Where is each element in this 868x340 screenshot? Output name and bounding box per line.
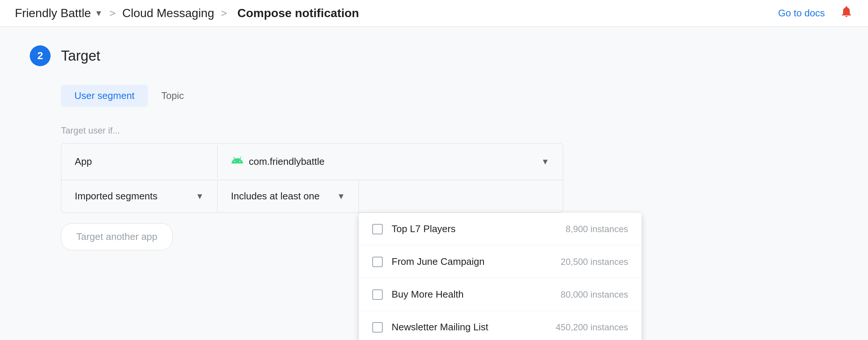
checkbox-buy-more-health[interactable] — [372, 289, 383, 300]
includes-label: Includes at least one — [231, 190, 320, 202]
table-row-app: App com.friendlybattle ▼ — [61, 144, 563, 180]
tab-user-segment[interactable]: User segment — [61, 85, 148, 107]
dropdown-item-2[interactable]: Buy More Health 80,000 instances — [359, 278, 642, 311]
header-actions: Go to docs — [778, 5, 853, 22]
step-badge: 2 — [30, 45, 51, 66]
target-another-app-button[interactable]: Target another app — [61, 223, 173, 250]
section-title: Target — [61, 48, 100, 64]
page-title: Compose notification — [237, 6, 359, 20]
bell-icon — [840, 6, 853, 21]
app-package-name: com.friendlybattle — [249, 156, 325, 167]
app-label: App — [61, 145, 218, 178]
segments-dropdown-arrow[interactable]: ▼ — [196, 192, 204, 201]
header: Friendly Battle ▼ > Cloud Messaging > Co… — [0, 0, 868, 27]
tab-topic[interactable]: Topic — [148, 85, 197, 107]
segment-count-2: 80,000 instances — [561, 289, 628, 300]
app-dropdown-arrow[interactable]: ▼ — [541, 157, 549, 167]
go-to-docs-link[interactable]: Go to docs — [778, 7, 825, 19]
table-row-segments: Imported segments ▼ Includes at least on… — [61, 180, 563, 212]
checkbox-june-campaign[interactable] — [372, 257, 383, 267]
segment-count-3: 450,200 instances — [556, 322, 628, 333]
checkbox-top-l7[interactable] — [372, 224, 383, 234]
segment-count-0: 8,900 instances — [566, 224, 628, 234]
android-icon — [231, 154, 244, 169]
app-dropdown-chevron[interactable]: ▼ — [95, 9, 103, 18]
dropdown-item-1[interactable]: From June Campaign 20,500 instances — [359, 246, 642, 278]
target-user-label: Target user if... — [61, 125, 788, 136]
segment-name-0: Top L7 Players — [392, 223, 557, 235]
breadcrumb-separator: > — [109, 7, 115, 19]
app-name-label: Friendly Battle — [15, 6, 91, 20]
main-content: 2 Target User segment Topic Target user … — [0, 27, 818, 269]
notification-bell[interactable] — [840, 5, 853, 22]
app-value-cell[interactable]: com.friendlybattle ▼ — [218, 144, 563, 180]
tabs-container: User segment Topic — [61, 85, 788, 107]
checkbox-newsletter[interactable] — [372, 322, 383, 333]
segments-label: Imported segments — [75, 190, 158, 202]
segment-name-1: From June Campaign — [392, 256, 552, 267]
product-name: Cloud Messaging — [122, 6, 214, 20]
dropdown-item-0[interactable]: Top L7 Players 8,900 instances — [359, 213, 642, 246]
segment-name-2: Buy More Health — [392, 289, 552, 300]
segment-dropdown-panel: Top L7 Players 8,900 instances From June… — [359, 213, 642, 340]
section-header: 2 Target — [30, 45, 788, 66]
includes-dropdown-arrow[interactable]: ▼ — [337, 192, 345, 201]
breadcrumb: Friendly Battle ▼ > Cloud Messaging > Co… — [15, 6, 359, 20]
app-name[interactable]: Friendly Battle ▼ — [15, 6, 103, 20]
segments-label-cell[interactable]: Imported segments ▼ — [61, 180, 218, 212]
breadcrumb-separator-2: > — [221, 7, 227, 19]
segment-count-1: 20,500 instances — [561, 257, 628, 267]
target-table: App com.friendlybattle ▼ Imported segmen… — [61, 143, 563, 213]
segment-name-3: Newsletter Mailing List — [392, 321, 547, 333]
includes-cell[interactable]: Includes at least one ▼ — [218, 180, 359, 212]
dropdown-item-3[interactable]: Newsletter Mailing List 450,200 instance… — [359, 311, 642, 340]
